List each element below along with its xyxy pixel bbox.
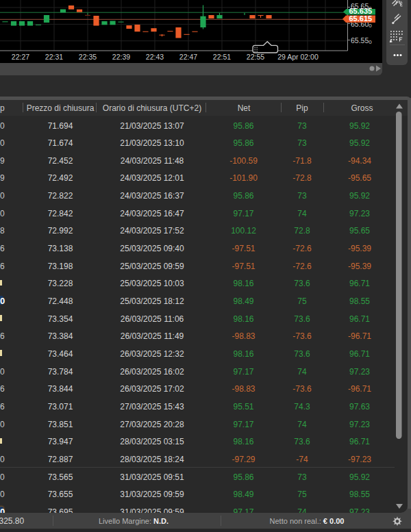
svg-text:65.615: 65.615	[349, 14, 373, 23]
svg-text:22:31: 22:31	[45, 53, 63, 61]
svg-text:22:47: 22:47	[179, 53, 197, 61]
svg-text:22:43: 22:43	[146, 53, 164, 61]
svg-text:22:55: 22:55	[247, 53, 264, 61]
svg-text:22:51: 22:51	[213, 53, 231, 61]
svg-text:22:35: 22:35	[79, 53, 97, 61]
svg-text:22:27: 22:27	[12, 53, 29, 61]
svg-text:29 Apr 02:00: 29 Apr 02:00	[277, 53, 319, 61]
svg-text:22:39: 22:39	[112, 53, 130, 61]
svg-text:65.550: 65.550	[351, 36, 372, 46]
